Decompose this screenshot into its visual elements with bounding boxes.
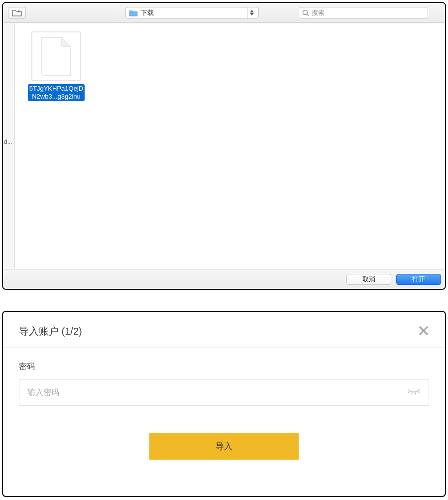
file-item[interactable]: 5TJgYKHPa1QejD N2wb3...g3g2inu — [24, 31, 89, 101]
svg-line-1 — [307, 14, 309, 16]
file-dialog-toolbar: 下载 — [3, 3, 445, 23]
file-name-label: 5TJgYKHPa1QejD N2wb3...g3g2inu — [28, 84, 85, 101]
document-icon — [41, 36, 72, 76]
location-dropdown[interactable]: 下载 — [125, 7, 259, 19]
svg-line-7 — [418, 391, 419, 393]
svg-line-5 — [412, 392, 412, 394]
password-field-wrap — [19, 379, 429, 406]
toggle-password-visibility[interactable] — [407, 387, 421, 397]
password-input[interactable] — [27, 388, 407, 397]
search-input[interactable] — [312, 9, 425, 16]
folder-icon — [129, 9, 138, 16]
import-button[interactable]: 导入 — [149, 433, 299, 460]
cancel-button[interactable]: 取消 — [346, 274, 391, 285]
cancel-button-label: 取消 — [362, 275, 375, 284]
location-label: 下载 — [141, 8, 247, 17]
svg-point-0 — [303, 10, 308, 14]
import-button-label: 导入 — [216, 441, 232, 452]
file-list[interactable]: 5TJgYKHPa1QejD N2wb3...g3g2inu — [15, 23, 445, 269]
file-dialog-sidebar[interactable]: d... — [3, 23, 15, 269]
close-button[interactable] — [418, 325, 429, 338]
import-dialog-body: 密码 导入 — [3, 348, 445, 460]
import-account-dialog: 导入账户 (1/2) 密码 导入 — [2, 311, 446, 497]
svg-line-4 — [408, 391, 409, 393]
password-label: 密码 — [19, 362, 429, 372]
open-button-label: 打开 — [412, 275, 425, 284]
import-dialog-header: 导入账户 (1/2) — [3, 312, 445, 348]
open-button[interactable]: 打开 — [396, 274, 441, 285]
search-icon — [302, 9, 309, 16]
file-open-dialog: 下载 d... — [2, 2, 446, 290]
file-icon-frame — [31, 31, 81, 81]
sidebar-item-truncated[interactable]: d... — [4, 138, 12, 145]
svg-line-6 — [415, 392, 416, 394]
dropdown-arrows-icon — [247, 7, 255, 18]
file-dialog-body: d... 5TJgYKHPa1QejD N2wb3...g3g2inu — [3, 23, 445, 269]
new-folder-button[interactable] — [8, 7, 26, 19]
close-icon — [418, 325, 429, 336]
file-dialog-footer: 取消 打开 — [3, 269, 445, 289]
new-folder-icon — [12, 9, 22, 16]
import-dialog-title: 导入账户 (1/2) — [19, 325, 82, 338]
search-field[interactable] — [299, 7, 428, 19]
eye-closed-icon — [407, 387, 421, 395]
